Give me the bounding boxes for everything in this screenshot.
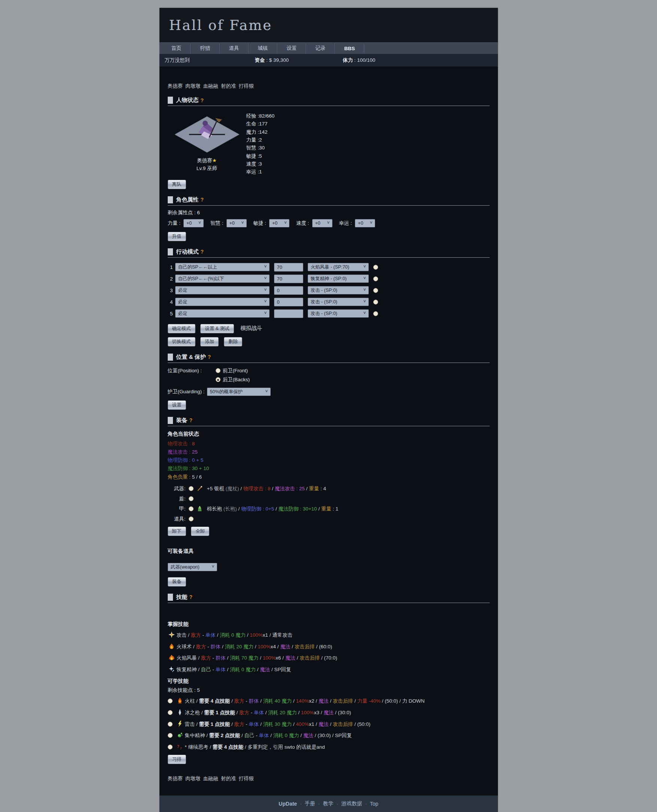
text-segment: 重量: [321, 506, 331, 512]
action-row-radio[interactable]: [373, 300, 378, 304]
action-mode-rows: 1自己的SP←←以上火焰风暴 - (SP:70)2自己的SP←←(%)以下恢复精…: [168, 263, 490, 318]
equipment-slot-radio[interactable]: [189, 516, 193, 521]
unequip-all-button[interactable]: 全卸: [191, 527, 209, 536]
action-row-radio[interactable]: [373, 288, 378, 293]
back-option[interactable]: 后卫(Backs): [216, 376, 250, 383]
text-segment: 单体: [216, 667, 226, 672]
nav-item-6[interactable]: 记录: [306, 43, 335, 53]
learn-skill-radio[interactable]: [168, 745, 173, 750]
nav-item-2[interactable]: 狩猎: [191, 43, 220, 53]
party-member-link[interactable]: 奥德赛: [168, 776, 183, 781]
nav-item-4[interactable]: 城镇: [249, 43, 277, 53]
delete-button[interactable]: 删除: [224, 337, 242, 346]
set-and-test-button[interactable]: 设置 & 测试: [200, 324, 234, 334]
help-link[interactable]: ?: [201, 249, 204, 255]
confirm-mode-button[interactable]: 确定模式: [168, 324, 195, 334]
condition-value-input[interactable]: [274, 298, 303, 306]
action-row-radio[interactable]: [373, 276, 378, 281]
unequip-button[interactable]: 卸下: [168, 527, 186, 536]
action-skill-select[interactable]: 攻击 - (SP:0): [308, 309, 369, 318]
party-member-link[interactable]: 肉墩墩: [185, 83, 201, 89]
help-link[interactable]: ?: [190, 417, 193, 423]
guarding-select[interactable]: 50%的概率保护: [207, 388, 271, 396]
action-skill-select[interactable]: 攻击 - (SP:0): [308, 286, 369, 295]
help-link[interactable]: ?: [201, 196, 204, 203]
condition-select[interactable]: 必定: [175, 309, 269, 318]
condition-select[interactable]: 自己的SP←←(%)以下: [175, 274, 269, 283]
stamina-value: 100/100: [357, 57, 375, 63]
equip-category-select[interactable]: 武器(weapon): [168, 563, 217, 571]
help-link[interactable]: ?: [201, 97, 204, 103]
footer-link-4[interactable]: 游戏数据: [341, 800, 362, 807]
action-skill-select[interactable]: 恢复精神 - (SP:0): [308, 274, 369, 283]
text-segment: 棉长袍: [207, 506, 224, 512]
equipment-slot-radio[interactable]: [189, 507, 193, 511]
party-member-link[interactable]: 打得狠: [239, 776, 254, 781]
equipment-slot-radio[interactable]: [189, 486, 193, 491]
condition-value-input[interactable]: [274, 274, 303, 283]
attribute-select[interactable]: +0: [355, 219, 375, 228]
back-radio[interactable]: [216, 377, 221, 382]
learn-button[interactable]: 习得: [168, 755, 186, 764]
help-link[interactable]: ?: [190, 594, 193, 600]
learn-skill-radio[interactable]: [168, 722, 173, 726]
condition-value-input[interactable]: [274, 309, 303, 318]
front-option[interactable]: 前卫(Front): [216, 368, 250, 374]
nav-item-3[interactable]: 道具: [220, 43, 249, 53]
attribute-select[interactable]: +0: [312, 219, 332, 228]
text-segment: x3 /: [314, 710, 324, 715]
attribute-select[interactable]: +0: [269, 219, 290, 228]
party-member-link[interactable]: 奥德赛: [168, 83, 183, 89]
text-segment: x2 /: [309, 698, 319, 704]
add-button[interactable]: 添加: [200, 337, 219, 346]
attribute-select[interactable]: +0: [226, 219, 247, 228]
equipment-slot-rows: 武器:+5 银棍 (魔杖) / 物理攻击 : 8 / 魔法攻击 : 25 / 重…: [168, 485, 490, 523]
simulate-battle-link[interactable]: 模拟战斗: [240, 325, 262, 331]
page-name-link[interactable]: 万万没想到: [165, 57, 190, 64]
attribute-select[interactable]: +0: [184, 219, 204, 228]
attribute-group: 智慧 :+0: [210, 219, 247, 228]
action-row-radio[interactable]: [373, 265, 378, 270]
attribute-group: 速度 :+0: [296, 219, 332, 228]
nav-item-7[interactable]: BBS: [335, 44, 364, 53]
action-row-radio[interactable]: [373, 311, 378, 316]
condition-select[interactable]: 必定: [175, 298, 269, 306]
condition-value-input[interactable]: [274, 286, 303, 295]
switch-mode-button[interactable]: 切换模式: [168, 337, 195, 346]
footer-link-1[interactable]: UpDate: [279, 801, 297, 807]
condition-select[interactable]: 自己的SP←←以上: [175, 263, 269, 271]
text-segment: 5 / 6: [192, 474, 202, 480]
condition-select[interactable]: 必定: [175, 286, 269, 295]
learn-skill-radio[interactable]: [168, 733, 173, 738]
front-radio[interactable]: [216, 368, 221, 373]
nav-item-1[interactable]: 首页: [162, 43, 191, 53]
attribute-group: 敏捷 :+0: [254, 219, 290, 228]
position-set-button[interactable]: 设置: [168, 401, 186, 410]
nav-item-5[interactable]: 设置: [277, 43, 306, 53]
equip-button[interactable]: 装备: [168, 577, 186, 586]
equipment-slot-radio[interactable]: [189, 496, 193, 501]
equipment-slot-row: 盾:: [168, 495, 490, 503]
party-member-link[interactable]: 打得狠: [239, 83, 254, 89]
action-skill-select[interactable]: 攻击 - (SP:0): [308, 298, 369, 306]
text-segment: 魔法防御 : 30+10: [278, 506, 317, 512]
skill-points-value: 5: [197, 687, 200, 693]
action-skill-select[interactable]: 火焰风暴 - (SP:70): [308, 263, 369, 271]
condition-value-input[interactable]: [274, 263, 303, 271]
help-link[interactable]: ?: [208, 354, 211, 360]
footer-link-2[interactable]: 手册: [305, 800, 315, 807]
footer-separator: ·: [365, 801, 367, 807]
footer-link-3[interactable]: 教学: [323, 800, 333, 807]
party-member-link[interactable]: 射的准: [221, 776, 236, 781]
party-member-link[interactable]: 射的准: [221, 83, 236, 89]
party-member-link[interactable]: 血融融: [203, 776, 219, 781]
learn-skill-radio[interactable]: [168, 710, 173, 715]
leave-party-button[interactable]: 离队: [168, 180, 186, 189]
footer-link-5[interactable]: Top: [370, 801, 378, 807]
upgrade-button[interactable]: 升值: [168, 232, 186, 241]
party-links-bottom: 奥德赛肉墩墩血融融射的准打得狠: [168, 775, 490, 782]
learn-skill-radio[interactable]: [168, 698, 173, 703]
equipment-item-text: +5 银棍 (魔杖) / 物理攻击 : 8 / 魔法攻击 : 25 / 重量 :…: [207, 485, 327, 492]
party-member-link[interactable]: 血融融: [203, 83, 219, 89]
party-member-link[interactable]: 肉墩墩: [185, 776, 201, 781]
